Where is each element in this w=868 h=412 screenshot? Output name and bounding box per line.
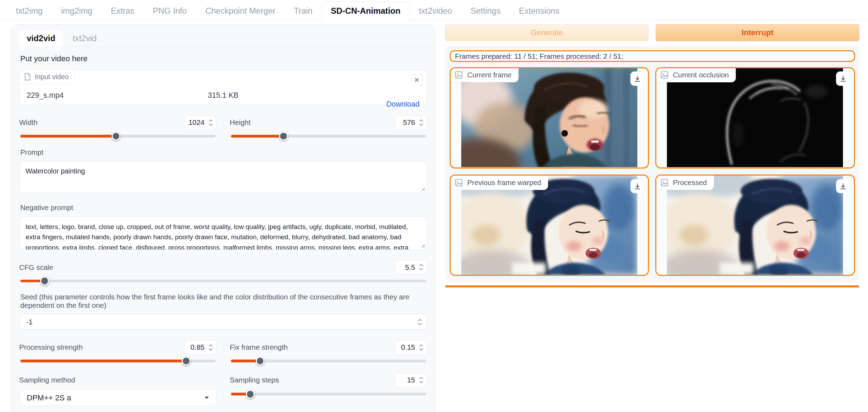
sampling-method-block: Sampling method DPM++ 2S a (19, 373, 217, 406)
close-icon[interactable]: ✕ (411, 74, 423, 87)
sampling-steps-block: Sampling steps 15 (230, 373, 427, 406)
action-buttons: Generate Interrupt (445, 24, 859, 41)
negative-prompt-label: Negative prompt (20, 203, 426, 212)
mode-tab-bar: vid2vid txt2vid (11, 28, 435, 47)
current-occlusion-image[interactable] (667, 68, 843, 167)
input-video-chip-label: Input video (35, 73, 69, 81)
input-video-chip: Input video (19, 70, 76, 84)
prompt-textarea[interactable]: Watercolor painting (19, 161, 427, 193)
tab-txt2video[interactable]: txt2video (410, 1, 461, 20)
current-frame-image[interactable] (461, 68, 637, 167)
negative-prompt-textarea[interactable]: text, letters, logo, brand, close up, cr… (19, 216, 427, 249)
seed-label: Seed (this parameter controls how the fi… (20, 293, 426, 310)
generate-button[interactable]: Generate (445, 24, 649, 41)
tab-txt2vid[interactable]: txt2vid (64, 30, 105, 47)
cfg-slider-thumb[interactable] (40, 277, 49, 285)
tab-img2img[interactable]: img2img (52, 1, 102, 20)
height-label: Height (230, 118, 251, 127)
input-video-box: Input video ✕ 229_s.mp4 315.1 KB Downloa… (19, 70, 427, 106)
sampling-method-dropdown[interactable]: DPM++ 2S a (19, 389, 217, 406)
height-number-input[interactable]: 576 (395, 115, 427, 130)
cfg-slider-block: CFG scale 5.5 (19, 260, 427, 282)
file-row: 229_s.mp4 315.1 KB Download (20, 91, 427, 100)
frame-label-chip: Current occlusion (656, 68, 736, 83)
strength-row: Processing strength 0.85 (19, 340, 427, 362)
height-slider-block: Height 576 (230, 115, 427, 138)
width-slider-thumb[interactable] (111, 132, 120, 140)
spinner-arrows-icon[interactable] (418, 119, 425, 126)
tab-sd-cn-animation[interactable]: SD-CN-Animation (322, 1, 410, 20)
output-panel: Frames prepared: 11 / 51; Frames process… (445, 46, 859, 280)
width-number-input[interactable]: 1024 (184, 115, 216, 130)
sampling-steps-slider-thumb[interactable] (246, 390, 255, 399)
resize-handle[interactable] (420, 243, 425, 248)
seed-input[interactable]: -1 (19, 314, 427, 330)
download-link[interactable]: Download (386, 100, 420, 109)
processed-panel: Processed (655, 175, 855, 276)
download-button[interactable] (630, 71, 645, 86)
fix-frame-strength-slider[interactable] (231, 360, 426, 362)
fix-frame-strength-slider-thumb[interactable] (256, 356, 264, 365)
resize-handle[interactable] (420, 186, 425, 191)
previous-frame-warped-image[interactable] (461, 176, 637, 275)
main-content: vid2vid txt2vid Put your video here Inpu… (0, 20, 868, 412)
processing-strength-slider[interactable] (20, 360, 216, 362)
prompt-block: Prompt Watercolor painting (19, 148, 427, 193)
file-icon (24, 73, 31, 81)
download-button[interactable] (836, 179, 850, 194)
processing-strength-block: Processing strength 0.85 (19, 340, 217, 362)
file-name: 229_s.mp4 (27, 91, 64, 100)
spinner-arrows-icon[interactable] (418, 344, 425, 351)
sampling-method-label: Sampling method (19, 376, 75, 384)
download-icon (840, 75, 847, 82)
cfg-label: CFG scale (19, 263, 53, 272)
image-icon (661, 179, 668, 186)
sampling-steps-number-input[interactable]: 15 (395, 373, 427, 387)
tab-checkpoint-merger[interactable]: Checkpoint Merger (196, 1, 285, 20)
download-button[interactable] (836, 71, 850, 86)
interrupt-button[interactable]: Interrupt (656, 24, 859, 41)
tab-extensions[interactable]: Extensions (510, 1, 569, 20)
cfg-slider[interactable] (20, 280, 426, 283)
size-row: Width 1024 (19, 115, 427, 138)
current-occlusion-panel: Current occlusion (655, 67, 855, 169)
image-icon (661, 71, 668, 79)
processing-strength-slider-thumb[interactable] (182, 356, 191, 365)
spinner-arrows-icon[interactable] (418, 264, 425, 271)
frames-grid: Current frame (450, 67, 855, 276)
tab-png-info[interactable]: PNG Info (143, 1, 196, 20)
fix-frame-strength-label: Fix frame strength (230, 343, 288, 351)
processed-image[interactable] (667, 176, 843, 275)
processing-strength-label: Processing strength (19, 343, 83, 351)
spinner-arrows-icon[interactable] (207, 344, 214, 351)
width-slider[interactable] (20, 135, 216, 138)
sampling-steps-slider[interactable] (231, 393, 426, 395)
current-frame-panel: Current frame (450, 67, 649, 169)
spinner-arrows-icon[interactable] (416, 319, 423, 325)
upload-hint: Put your video here (20, 54, 426, 63)
main-tab-bar: txt2img img2img Extras PNG Info Checkpoi… (0, 0, 868, 20)
height-slider-thumb[interactable] (279, 132, 288, 140)
width-label: Width (19, 118, 38, 127)
height-slider[interactable] (231, 135, 426, 138)
download-icon (634, 75, 641, 82)
vid2vid-settings-card: vid2vid txt2vid Put your video here Inpu… (11, 24, 435, 412)
width-slider-block: Width 1024 (19, 115, 217, 138)
processing-strength-number-input[interactable]: 0.85 (184, 340, 216, 355)
tab-extras[interactable]: Extras (102, 1, 143, 20)
download-button[interactable] (630, 179, 645, 194)
tab-vid2vid[interactable]: vid2vid (18, 30, 64, 47)
cfg-number-input[interactable]: 5.5 (395, 260, 427, 274)
sd-webui-app: txt2img img2img Extras PNG Info Checkpoi… (0, 0, 868, 412)
previous-frame-warped-panel: Previous frame warped (450, 175, 649, 276)
chevron-down-icon (205, 397, 209, 399)
tab-train[interactable]: Train (285, 1, 322, 20)
image-icon (455, 71, 463, 79)
sampling-steps-label: Sampling steps (230, 376, 279, 384)
tab-settings[interactable]: Settings (461, 1, 510, 20)
spinner-arrows-icon[interactable] (418, 377, 425, 384)
fix-frame-strength-number-input[interactable]: 0.15 (395, 340, 427, 355)
spinner-arrows-icon[interactable] (207, 119, 214, 126)
tab-txt2img[interactable]: txt2img (7, 1, 52, 20)
sampling-row: Sampling method DPM++ 2S a Sampling step… (19, 373, 427, 406)
